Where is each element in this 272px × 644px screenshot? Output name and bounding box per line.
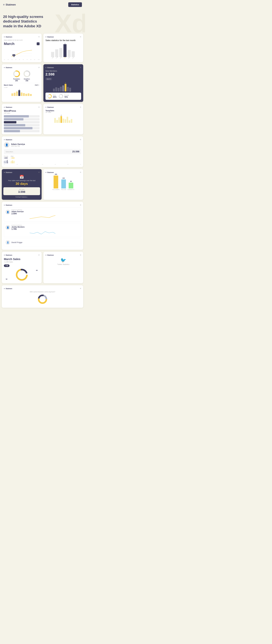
person-david-info: David Frigge xyxy=(12,241,22,244)
sales-bar-menu[interactable]: ≡ xyxy=(80,36,81,38)
browser-menu[interactable]: ≡ xyxy=(80,287,81,290)
adam-profile-card: ≡ Statmen ≡ 👤 Adam Garsiya USA, New York… xyxy=(2,136,83,167)
svg-rect-41 xyxy=(67,87,69,92)
hero-title: 20 high-quality screens dedicated Statis… xyxy=(3,14,44,28)
donut-menu[interactable]: ≡ xyxy=(38,66,40,69)
female-donut xyxy=(58,94,63,98)
svg-rect-29 xyxy=(21,92,22,96)
svg-rect-30 xyxy=(23,93,25,96)
person-david-avatar: 👤 xyxy=(6,240,10,245)
comments-bar xyxy=(69,183,73,188)
male-subs: Male +384 xyxy=(11,156,14,163)
female-sub-bars xyxy=(4,160,8,163)
new-members-card: ≡ Statmen ≡ New Members 2.598 April ▾ 35 xyxy=(44,64,83,102)
svg-rect-37 xyxy=(60,87,62,92)
april-badge[interactable]: April › xyxy=(34,84,40,86)
march-big-stat-row: +76 xyxy=(4,264,40,267)
march-big-menu[interactable]: ≡ xyxy=(38,254,40,256)
donut-card-header: ≡ Statmen ≡ xyxy=(4,66,40,69)
svg-rect-33 xyxy=(30,94,32,96)
days-sales-num: 3.598 xyxy=(5,190,38,194)
svg-rect-51 xyxy=(60,116,62,123)
twitter-title: Twitter Statistics xyxy=(46,264,81,265)
svg-rect-8 xyxy=(55,49,58,57)
sales-bar-card: ≡ Statmen ≡ Sales statistics for the las… xyxy=(44,34,83,62)
svg-rect-50 xyxy=(58,117,60,123)
donut-num-64: 64 xyxy=(36,270,38,271)
svg-text:May: May xyxy=(68,57,70,58)
sales-bar-logo: ≡ Statmen xyxy=(46,36,54,38)
svg-text:35: 35 xyxy=(64,43,66,44)
browser-card: ≡ Statmen ≡ With some browsers come anym… xyxy=(2,285,83,308)
days-menu[interactable]: ≡ xyxy=(38,171,40,174)
march-card-menu[interactable]: ≡ xyxy=(38,36,40,38)
days-sales-box: 256 Sales 3.598 xyxy=(3,187,40,195)
stats-bars-header: ≡ Statmen ≡ xyxy=(46,171,81,174)
march-month-text: March xyxy=(4,42,14,46)
wp-logo: ≡ Statmen xyxy=(4,106,12,108)
male-gender: Male 65% xyxy=(47,94,56,98)
horiz-bar-6 xyxy=(4,130,40,132)
new-members-filter[interactable]: April ▾ xyxy=(46,78,52,80)
stats-bars-menu[interactable]: ≡ xyxy=(80,171,81,174)
march-card-header: ≡ Statmen ≡ xyxy=(4,36,40,38)
march-big-sub: +1.259 Sales xyxy=(4,261,40,263)
persons-logo: ≡ Statmen xyxy=(4,204,12,206)
twitter-logo: ≡ Statmen xyxy=(46,254,54,256)
tmpl-menu[interactable]: ≡ xyxy=(80,106,81,108)
new-members-menu[interactable]: ≡ xyxy=(80,66,81,69)
march-sub-label: Sales statistics for the last month xyxy=(4,39,40,41)
person-jesika-avatar: 👤 xyxy=(6,225,10,230)
persons-menu[interactable]: ≡ xyxy=(80,204,81,206)
female-subs: Female +269 xyxy=(4,156,8,163)
svg-rect-25 xyxy=(14,93,16,96)
comments-col: 98 Comments xyxy=(68,180,74,190)
march-logo-icon: ≡ xyxy=(4,36,5,38)
new-members-bar-chart: 35 22 xyxy=(46,82,81,92)
wp-menu[interactable]: ≡ xyxy=(38,106,40,108)
followers-col: 365 Followers xyxy=(52,174,60,190)
browser-logo: ≡ Statmen xyxy=(4,288,12,290)
tmpl-title: Templates xyxy=(46,110,81,112)
march-logo-text: Statmen xyxy=(6,36,12,38)
male-donut xyxy=(47,94,52,98)
svg-rect-31 xyxy=(25,94,27,96)
stats-bar-chart: 365 Followers 193 Follow 98 Comments xyxy=(46,175,81,190)
svg-rect-26 xyxy=(16,92,18,96)
svg-text:28: 28 xyxy=(61,115,62,116)
persons-list-card: ≡ Statmen ≡ 👤 March Earning Adam Garsiya… xyxy=(2,202,83,250)
svg-rect-39 xyxy=(65,84,66,92)
templates-donut-svg xyxy=(13,70,20,78)
adam-x-labels: 15161718192021 xyxy=(4,164,81,165)
donut-num-52: 52 xyxy=(6,278,7,280)
horiz-bar-3 xyxy=(4,121,40,124)
adam-info: Adam Garsiya USA, New York xyxy=(11,143,25,147)
menu-icon: ≡ xyxy=(3,3,5,6)
svg-rect-56 xyxy=(69,120,70,123)
donut-card: ≡ Statmen ≡ Templates 265 xyxy=(2,64,42,102)
browser-donut-container xyxy=(4,294,81,304)
person-david: 👤 David Frigge xyxy=(4,238,81,246)
horiz-bar-4 xyxy=(4,124,40,126)
march-next-button[interactable]: › xyxy=(37,42,40,45)
wp-title: WordPress xyxy=(4,110,40,112)
statistics-button[interactable]: Statistics xyxy=(68,2,82,7)
wp-horiz-bars xyxy=(4,115,40,132)
person-adam: 👤 March Earning Adam Garsiya 2.594 xyxy=(4,208,81,222)
march-card: ≡ Statmen ≡ Sales statistics for the las… xyxy=(2,34,42,62)
adam-menu[interactable]: ≡ xyxy=(80,138,81,141)
plus-badge: +76 xyxy=(4,264,10,267)
days-link[interactable]: Full April Statistics › xyxy=(4,196,40,198)
svg-rect-36 xyxy=(58,88,60,92)
march-month-title: March › xyxy=(4,42,40,46)
days-logo: ≡ Statmen xyxy=(4,172,12,173)
twitter-menu[interactable]: ≡ xyxy=(80,254,81,256)
follow-col: 193 Follow xyxy=(61,177,66,190)
persons-header: ≡ Statmen ≡ xyxy=(4,204,81,206)
person-jesika-row: 👤 March Earning Jesika Montero 1.785 xyxy=(6,225,80,230)
donut-logo: ≡ Statmen xyxy=(4,66,12,68)
adam-header: ≡ Statmen ≡ xyxy=(4,138,81,141)
follow-bar xyxy=(61,180,66,188)
march-mini-bar-chart: 18 xyxy=(4,89,40,96)
svg-rect-24 xyxy=(12,94,13,96)
